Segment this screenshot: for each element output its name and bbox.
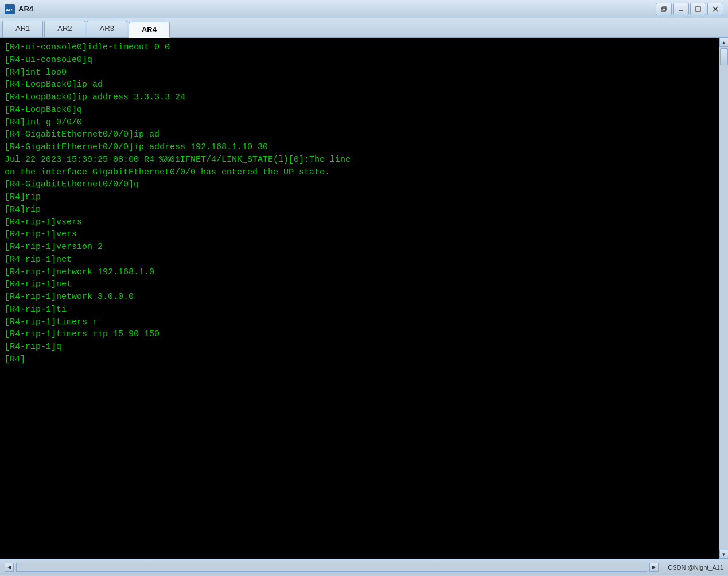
app-icon: AR — [5, 4, 15, 14]
terminal-line: [R4-rip-1]q — [5, 341, 714, 353]
window-title: AR4 — [18, 5, 33, 13]
horizontal-scroll-area: ◀ ▶ — [5, 563, 659, 572]
tab-bar: AR1 AR2 AR3 AR4 — [0, 18, 728, 38]
watermark: CSDN @Night_A11 — [668, 564, 723, 571]
scroll-right-button[interactable]: ▶ — [649, 563, 659, 572]
terminal-line: [R4-rip-1]network 3.0.0.0 — [5, 291, 714, 303]
tab-ar1[interactable]: AR1 — [2, 21, 43, 37]
terminal-line: [R4-LoopBack0]q — [5, 104, 714, 116]
tab-ar4[interactable]: AR4 — [129, 22, 170, 38]
terminal-line: [R4-rip-1]network 192.168.1.0 — [5, 266, 714, 279]
svg-rect-5 — [696, 7, 700, 11]
title-bar: AR AR4 — [0, 0, 728, 18]
terminal-line: [R4-GigabitEthernet0/0/0]ip ad — [5, 129, 714, 141]
terminal-line: [R4-LoopBack0]ip ad — [5, 79, 714, 91]
terminal-line: [R4-ui-console0]idle-timeout 0 0 — [5, 41, 714, 54]
terminal-line: [R4-rip-1]timers r — [5, 316, 714, 329]
terminal-line: [R4-rip-1]version 2 — [5, 241, 714, 254]
terminal-line: [R4-rip-1]vers — [5, 228, 714, 241]
scroll-track[interactable] — [719, 47, 728, 550]
window-controls — [656, 3, 723, 15]
terminal-line: [R4-rip-1]vsers — [5, 216, 714, 229]
terminal-line: [R4]int g 0/0/0 — [5, 116, 714, 129]
terminal-line: [R4]rip — [5, 191, 714, 204]
terminal-line: [R4-rip-1]net — [5, 278, 714, 291]
scroll-down-button[interactable]: ▼ — [719, 550, 729, 559]
terminal-line: [R4-GigabitEthernet0/0/0]q — [5, 178, 714, 191]
terminal-line: [R4-rip-1]ti — [5, 303, 714, 316]
svg-text:AR: AR — [6, 7, 13, 13]
terminal-line: [R4] — [5, 353, 714, 366]
terminal-line: [R4]rip — [5, 204, 714, 216]
terminal-output[interactable]: [R4-ui-console0]idle-timeout 0 0[R4-ui-c… — [0, 38, 719, 559]
close-icon — [713, 6, 718, 12]
minimize-icon — [678, 6, 684, 12]
title-bar-left: AR AR4 — [5, 4, 33, 14]
terminal-wrapper: [R4-ui-console0]idle-timeout 0 0[R4-ui-c… — [0, 38, 728, 559]
maximize-button[interactable] — [690, 3, 706, 15]
maximize-icon — [695, 6, 701, 12]
restore-icon — [661, 6, 667, 12]
terminal-line: Jul 22 2023 15:39:25-08:00 R4 %%01IFNET/… — [5, 154, 714, 166]
terminal-line: on the interface GigabitEthernet0/0/0 ha… — [5, 166, 714, 179]
terminal-line: [R4-rip-1]net — [5, 254, 714, 266]
scroll-left-button[interactable]: ◀ — [5, 563, 14, 572]
terminal-line: [R4-rip-1]timers rip 15 90 150 — [5, 328, 714, 341]
terminal-line: [R4-GigabitEthernet0/0/0]ip address 192.… — [5, 141, 714, 154]
terminal-line: [R4]int loo0 — [5, 67, 714, 79]
terminal-line: [R4-LoopBack0]ip address 3.3.3.3 24 — [5, 91, 714, 104]
minimize-button[interactable] — [673, 3, 689, 15]
status-bar: ◀ ▶ CSDN @Night_A11 — [0, 559, 728, 575]
terminal-line: [R4-ui-console0]q — [5, 54, 714, 67]
restore-button[interactable] — [656, 3, 672, 15]
tab-ar2[interactable]: AR2 — [44, 21, 85, 37]
close-button[interactable] — [707, 3, 723, 15]
scroll-up-button[interactable]: ▲ — [719, 38, 729, 47]
tab-ar3[interactable]: AR3 — [87, 21, 127, 37]
vertical-scrollbar[interactable]: ▲ ▼ — [719, 38, 728, 559]
scroll-h-track[interactable] — [16, 563, 647, 572]
svg-rect-2 — [661, 8, 665, 11]
scroll-thumb[interactable] — [720, 48, 728, 65]
